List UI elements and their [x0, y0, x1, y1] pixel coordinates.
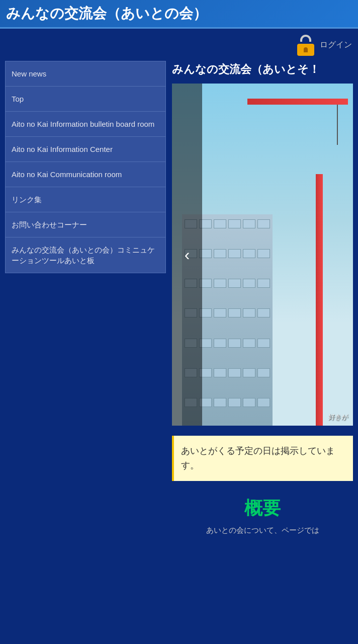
sidebar-item-new-news[interactable]: New news — [5, 61, 166, 86]
window — [257, 398, 270, 407]
window — [257, 279, 270, 288]
window — [214, 398, 226, 407]
gaiyou-subtitle: あいとの会について、ページでは — [172, 526, 353, 535]
window — [228, 249, 241, 258]
image-caption: 好きが — [328, 413, 348, 422]
window — [243, 398, 255, 407]
window — [243, 249, 255, 258]
window — [214, 308, 226, 317]
window — [243, 219, 255, 228]
window — [228, 279, 241, 288]
gaiyou-section: 概要 あいとの会について、ページでは — [172, 496, 353, 545]
window — [257, 339, 270, 348]
lock-icon — [296, 34, 316, 56]
window — [214, 339, 226, 348]
window — [257, 219, 270, 228]
sidebar-item-bulletin-board[interactable]: Aito no Kai Information bulletin board r… — [5, 111, 166, 136]
window — [214, 249, 226, 258]
sidebar-item-aito-board[interactable]: みんなの交流会（あいとの会）コミニュケーションツールあいと板 — [5, 237, 166, 273]
header-title: みんなの交流会（あいとの会） — [6, 4, 352, 23]
window — [257, 308, 270, 317]
sidebar-item-communication-room[interactable]: Aito no Kai Communication room — [5, 162, 166, 187]
login-area: ログイン — [0, 29, 358, 61]
sidebar-item-contact[interactable]: お問い合わせコーナー — [5, 212, 166, 237]
header-banner: みんなの交流会（あいとの会） — [0, 0, 358, 29]
window — [214, 368, 226, 377]
info-box-text: あいとがくる予定の日は掲示しています。 — [181, 446, 335, 470]
window — [228, 219, 241, 228]
window — [243, 368, 255, 377]
info-box: あいとがくる予定の日は掲示しています。 — [172, 436, 353, 481]
login-button[interactable]: ログイン — [320, 40, 352, 50]
main-content: New news Top Aito no Kai Information bul… — [0, 61, 358, 545]
gaiyou-title: 概要 — [172, 496, 353, 521]
lock-keyhole — [304, 47, 308, 52]
window — [228, 339, 241, 348]
lock-shackle — [300, 35, 311, 42]
window — [243, 279, 255, 288]
slider-prev-button[interactable]: ‹ — [172, 84, 202, 426]
window — [214, 279, 226, 288]
right-content: みんなの交流会（あいとそ！ — [166, 61, 353, 545]
window — [257, 249, 270, 258]
page-heading: みんなの交流会（あいとそ！ — [172, 61, 353, 77]
window — [243, 308, 255, 317]
window — [214, 219, 226, 228]
crane-arm — [247, 99, 348, 105]
image-slider: ‹ 好きが — [172, 84, 353, 426]
window — [228, 368, 241, 377]
crane-pole — [316, 174, 323, 426]
window — [243, 339, 255, 348]
sidebar-item-info-center[interactable]: Aito no Kai Information Center — [5, 136, 166, 162]
sidebar-item-links[interactable]: リンク集 — [5, 187, 166, 212]
window — [257, 368, 270, 377]
sidebar-nav: New news Top Aito no Kai Information bul… — [5, 61, 166, 545]
window — [228, 308, 241, 317]
crane-wire — [337, 105, 338, 145]
window — [228, 398, 241, 407]
lock-body — [297, 44, 314, 56]
sidebar-item-top[interactable]: Top — [5, 86, 166, 111]
